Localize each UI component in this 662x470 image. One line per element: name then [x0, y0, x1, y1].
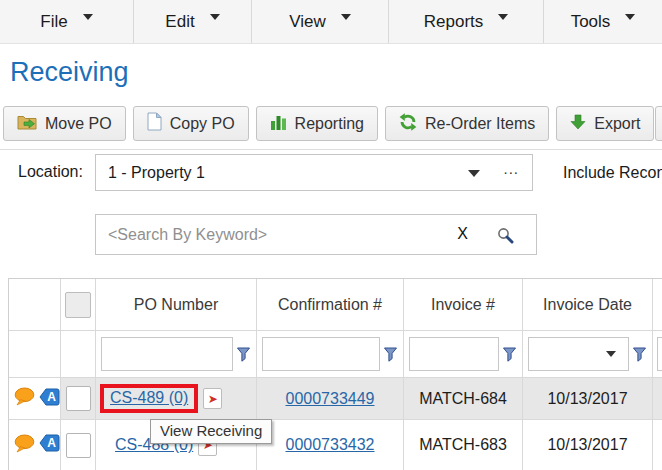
invoice-cell: MATCH-683 [404, 420, 523, 470]
menu-view[interactable]: View [252, 0, 389, 43]
funnel-icon[interactable] [380, 347, 400, 362]
view-receiving-tooltip: View Receiving [150, 419, 272, 444]
menu-tools-label: Tools [571, 12, 611, 32]
reporting-label: Reporting [295, 115, 364, 133]
reorder-items-label: Re-Order Items [425, 115, 535, 133]
location-dropdown[interactable]: 1 - Property 1 ... [95, 154, 533, 191]
header-invoice[interactable]: Invoice # [404, 279, 523, 330]
table-header-row: PO Number Confirmation # Invoice # Invoi… [9, 279, 662, 331]
invoice-date-cell: 10/13/2017 [523, 378, 653, 419]
table-filter-row [9, 331, 662, 378]
menu-tools[interactable]: Tools [544, 0, 662, 43]
header-icons-column [9, 279, 61, 330]
header-cutoff-column [653, 279, 662, 330]
copy-po-label: Copy PO [170, 115, 235, 133]
po-number-link[interactable]: CS-489 (0) [110, 389, 188, 407]
funnel-icon[interactable] [499, 347, 519, 362]
svg-text:A: A [47, 436, 56, 450]
po-cell: CS-489 (0) ➤ [96, 378, 257, 419]
search-input[interactable]: <Search By Keyword> X [95, 214, 537, 255]
magnifier-icon[interactable] [497, 227, 514, 248]
chevron-down-icon [83, 14, 93, 20]
row-checkbox-cell [61, 378, 96, 419]
table-row[interactable]: A CS-489 (0) ➤ 0000733449 MATCH-684 10/1… [9, 378, 662, 420]
menu-reports[interactable]: Reports [389, 0, 544, 43]
chevron-down-icon [210, 14, 220, 20]
folder-move-icon [17, 114, 37, 134]
include-reconciled-label: Include Reconc [563, 164, 662, 182]
reorder-items-button[interactable]: Re-Order Items [385, 106, 549, 141]
confirmation-cell: 0000733449 [257, 378, 404, 419]
po-filter-input[interactable] [101, 337, 233, 371]
invoice-value: MATCH-683 [419, 436, 507, 454]
menu-edit-label: Edit [165, 12, 194, 32]
filter-icons-cell [9, 331, 61, 377]
filter-po-cell [96, 331, 257, 377]
toolbar: Move PO Copy PO Reporting Re-Order Items… [3, 106, 654, 141]
invoice-date-cell: 10/13/2017 [523, 420, 653, 470]
confirmation-filter-input[interactable] [262, 337, 380, 371]
a-tag-icon[interactable]: A [39, 388, 60, 410]
cutoff-cell [653, 378, 662, 419]
menu-bar: File Edit View Reports Tools [0, 0, 662, 44]
select-all-checkbox[interactable] [65, 292, 91, 318]
location-browse-button[interactable]: ... [503, 160, 519, 177]
annotation-highlight-box: CS-489 (0) [100, 384, 198, 413]
invoice-date-filter-input[interactable] [528, 337, 629, 371]
row-checkbox[interactable] [66, 386, 91, 411]
invoice-value: MATCH-684 [419, 390, 507, 408]
search-clear-button[interactable]: X [457, 225, 468, 243]
funnel-icon[interactable] [629, 347, 649, 362]
table-row[interactable]: A CS-488 (0) ➤ 0000733432 MATCH-683 10/1… [9, 420, 662, 470]
toolbar-separator [0, 149, 662, 150]
export-button[interactable]: Export [556, 106, 654, 141]
header-confirmation[interactable]: Confirmation # [257, 279, 404, 330]
page-title: Receiving [10, 57, 129, 88]
export-label: Export [594, 115, 640, 133]
confirmation-link[interactable]: 0000733432 [286, 436, 375, 454]
row-icons-cell: A [9, 378, 61, 419]
reporting-button[interactable]: Reporting [256, 106, 378, 141]
speech-bubble-icon[interactable] [14, 434, 35, 457]
bar-chart-icon [270, 114, 287, 134]
menu-file-label: File [40, 12, 67, 32]
recycle-arrows-icon [399, 113, 417, 135]
a-tag-icon[interactable]: A [39, 434, 60, 456]
receiving-screen: File Edit View Reports Tools Receiving M… [0, 0, 662, 470]
header-invoice-date[interactable]: Invoice Date [523, 279, 653, 330]
cutoff-filter-input[interactable] [657, 337, 662, 371]
invoice-filter-input[interactable] [409, 337, 499, 371]
chevron-down-icon [625, 14, 635, 20]
chevron-down-icon [498, 14, 508, 20]
filter-invoice-cell [404, 331, 523, 377]
menu-view-label: View [289, 12, 326, 32]
row-checkbox-cell [61, 420, 96, 470]
svg-text:A: A [47, 390, 56, 404]
location-value: 1 - Property 1 [108, 164, 205, 182]
copy-po-button[interactable]: Copy PO [133, 106, 249, 141]
dropdown-caret-icon[interactable] [468, 170, 480, 177]
filter-confirmation-cell [257, 331, 404, 377]
confirmation-cell: 0000733432 [257, 420, 404, 470]
move-po-button[interactable]: Move PO [3, 106, 126, 141]
download-arrow-icon [570, 114, 586, 134]
cutoff-cell [653, 420, 662, 470]
invoice-date-value: 10/13/2017 [547, 436, 627, 454]
filter-checkbox-cell [61, 331, 96, 377]
copy-page-icon [147, 112, 162, 135]
search-placeholder: <Search By Keyword> [96, 226, 267, 244]
menu-edit[interactable]: Edit [134, 0, 252, 43]
invoice-date-value: 10/13/2017 [547, 390, 627, 408]
dropdown-caret-icon[interactable] [606, 351, 616, 357]
confirmation-link[interactable]: 0000733449 [286, 390, 375, 408]
cutoff-toolbar-button[interactable] [655, 106, 662, 141]
menu-reports-label: Reports [424, 12, 484, 32]
row-checkbox[interactable] [66, 433, 91, 458]
pdf-icon[interactable]: ➤ [203, 388, 222, 409]
funnel-icon[interactable] [233, 347, 253, 362]
speech-bubble-icon[interactable] [14, 387, 35, 410]
header-po-number[interactable]: PO Number [96, 279, 257, 330]
menu-file[interactable]: File [0, 0, 134, 43]
header-select-all [61, 279, 96, 330]
row-icons-cell: A [9, 420, 61, 470]
